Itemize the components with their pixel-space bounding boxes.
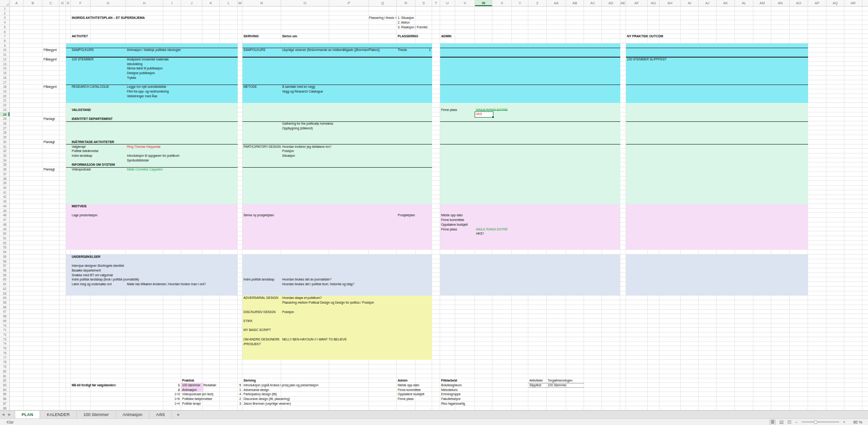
cell-I87[interactable]: 1+4 xyxy=(163,401,180,406)
row-header-64[interactable]: 64 xyxy=(0,296,9,300)
column-header-O[interactable]: O xyxy=(281,0,329,6)
cell-F55[interactable]: UNDERSØKELSER xyxy=(72,255,100,259)
zoom-out-button[interactable]: − xyxy=(795,420,797,425)
cell-F83[interactable]: Må bli ferdigt før valgstanden: xyxy=(72,383,117,388)
cell-R83[interactable]: Melde opp dato xyxy=(398,383,419,388)
column-header-G[interactable]: G xyxy=(91,0,126,6)
cell-R7[interactable]: PLASSERING xyxy=(398,34,418,39)
row-header-47[interactable]: 47 xyxy=(0,218,9,222)
column-header-C[interactable]: C xyxy=(42,0,59,6)
column-header-P[interactable]: P xyxy=(329,0,369,6)
row-header-68[interactable]: 68 xyxy=(0,314,9,319)
row-header-84[interactable]: 84 xyxy=(0,388,9,392)
row-header-32[interactable]: 32 xyxy=(0,149,9,153)
column-header-S[interactable]: S xyxy=(416,0,432,6)
cell-R84[interactable]: Finne kommittée xyxy=(398,388,421,392)
row-header-66[interactable]: 66 xyxy=(0,305,9,310)
cell-N60[interactable]: Indre politisk landskap xyxy=(243,277,274,282)
cell-N83[interactable]: Introduksjon (også brukes i prosj.plan o… xyxy=(243,383,318,388)
column-header-R[interactable]: R xyxy=(397,0,416,6)
cell-J84[interactable]: Animasjon xyxy=(181,388,203,392)
row-header-34[interactable]: 34 xyxy=(0,158,9,163)
column-header-K[interactable]: K xyxy=(202,0,220,6)
row-header-8[interactable]: 8 xyxy=(0,39,9,43)
column-header-AB[interactable]: AB xyxy=(566,0,584,6)
cell-C18[interactable]: Påbegynt xyxy=(43,85,57,89)
tabs-scroll-right-icon[interactable]: ▶ xyxy=(6,413,12,416)
fill-handle[interactable] xyxy=(492,116,494,119)
column-header-N[interactable]: N xyxy=(242,0,281,6)
row-header-77[interactable]: 77 xyxy=(0,356,9,360)
page-layout-view-icon[interactable]: ▤ xyxy=(779,420,784,425)
row-header-81[interactable]: 81 xyxy=(0,374,9,379)
row-header-46[interactable]: 46 xyxy=(0,213,9,218)
cell-C10[interactable]: Påbegynt xyxy=(43,48,57,52)
column-header-AL[interactable]: AL xyxy=(735,0,753,6)
row-header-31[interactable]: 31 xyxy=(0,144,9,149)
column-header-L[interactable]: L xyxy=(220,0,238,6)
row-header-78[interactable]: 78 xyxy=(0,360,9,365)
normal-view-icon[interactable]: ⊞ xyxy=(769,419,775,425)
cell-F59[interactable]: Snakke med BT om valgomat xyxy=(72,273,113,278)
cell-F46[interactable]: Lage presentasjon xyxy=(72,213,98,218)
column-header-AJ[interactable]: AJ xyxy=(699,0,717,6)
row-header-54[interactable]: 54 xyxy=(0,250,9,255)
row-header-58[interactable]: 58 xyxy=(0,268,9,273)
row-header-72[interactable]: 72 xyxy=(0,332,9,337)
cell-N18[interactable]: METODE xyxy=(243,85,257,89)
row-header-29[interactable]: 29 xyxy=(0,135,9,140)
cell-R85[interactable]: Oppdatere budsjett xyxy=(398,392,424,397)
cell-J87[interactable]: Politisk terapi xyxy=(182,401,200,406)
sheet-tab-100-stemmer[interactable]: 100 Stemmer xyxy=(77,411,116,418)
row-header-63[interactable]: 63 xyxy=(0,291,9,296)
row-header-21[interactable]: 21 xyxy=(0,98,9,103)
cell-F44[interactable]: MIDTVEIS xyxy=(72,204,86,209)
row-header-13[interactable]: 13 xyxy=(0,62,9,67)
column-header-W[interactable]: W xyxy=(475,0,492,6)
column-header-Z[interactable]: Z xyxy=(528,0,547,6)
cell-J83[interactable]: 100 stemmer xyxy=(181,383,203,388)
column-header-AC[interactable]: AC xyxy=(584,0,602,6)
cell-M86[interactable]: 2 xyxy=(238,397,241,401)
row-header-80[interactable]: 80 xyxy=(0,369,9,374)
column-header-A[interactable]: A xyxy=(10,0,24,6)
cell-H36[interactable]: Maile Cornelius Cappelen xyxy=(127,167,163,172)
cell-H14[interactable]: Skrive tekst til publikasjon xyxy=(127,66,163,71)
cell-H61[interactable]: Maile Ida Wikøren Andersen; Hvordan fors… xyxy=(127,282,206,287)
row-header-41[interactable]: 41 xyxy=(0,190,9,195)
cell-H15[interactable]: Designe publikasjon xyxy=(127,71,155,76)
sheet-tab-plan[interactable]: PLAN xyxy=(15,411,41,418)
row-header-53[interactable]: 53 xyxy=(0,245,9,250)
cell-Q3[interactable]: Plassering i thesis = xyxy=(369,16,395,20)
row-header-6[interactable]: 6 xyxy=(0,30,9,34)
row-header-67[interactable]: 67 xyxy=(0,309,9,314)
cell-U48[interactable]: Oppdatere budsjett xyxy=(441,222,467,227)
active-cell-W24[interactable]: HK5 xyxy=(475,111,493,118)
zoom-slider[interactable] xyxy=(801,421,839,423)
cell-O60[interactable]: Hvordan brukes det av journalister? xyxy=(282,277,332,282)
row-header-19[interactable]: 19 xyxy=(0,89,9,94)
cell-AA83[interactable]: 100 Stemmer xyxy=(548,383,567,388)
row-header-12[interactable]: 12 xyxy=(0,57,9,62)
column-header-Y[interactable]: Y xyxy=(512,0,528,6)
cell-M84[interactable]: 1 xyxy=(238,388,241,392)
row-header-30[interactable]: 30 xyxy=(0,140,9,144)
row-header-3[interactable]: 3 xyxy=(0,16,9,20)
cell-W50[interactable]: HK5? xyxy=(476,231,484,236)
cell-O64[interactable]: Hvordan skape et publikum? xyxy=(282,296,322,300)
column-header-U[interactable]: U xyxy=(440,0,455,6)
cell-H12[interactable]: Analysere innsamlet materiale xyxy=(127,57,169,62)
row-header-24[interactable]: 24 xyxy=(0,112,9,117)
cell-U7[interactable]: ADMIN xyxy=(441,34,451,39)
row-header-87[interactable]: 87 xyxy=(0,401,9,406)
cell-I84[interactable]: 2 xyxy=(163,388,180,392)
cell-R4[interactable]: 2. Aktion xyxy=(398,20,409,25)
zoom-slider-knob[interactable] xyxy=(814,420,818,424)
row-header-4[interactable]: 4 xyxy=(0,20,9,25)
cell-R10[interactable]: Thesis xyxy=(398,48,407,52)
add-sheet-button[interactable]: + xyxy=(172,412,184,417)
cell-O19[interactable]: Vegg og Research Catalogue xyxy=(282,89,323,94)
column-header-B[interactable]: B xyxy=(24,0,42,6)
column-header-M[interactable]: M xyxy=(238,0,242,6)
row-header-73[interactable]: 73 xyxy=(0,337,9,342)
